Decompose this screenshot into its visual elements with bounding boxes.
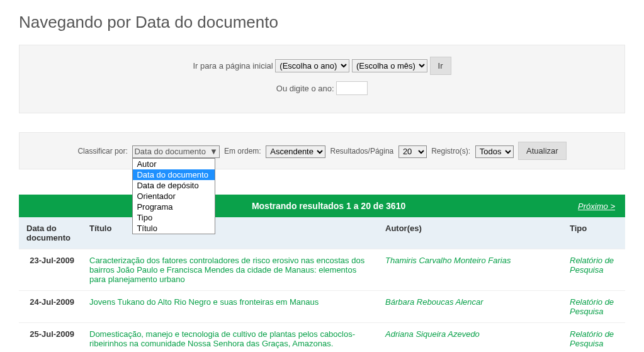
update-button[interactable]: Atualizar bbox=[518, 142, 567, 160]
cell-type: Relatório de Pesquisa bbox=[562, 323, 625, 353]
table-row: 23-Jul-2009Caracterização dos fatores co… bbox=[19, 249, 625, 291]
page-title: Navegando por Data do documento bbox=[19, 13, 625, 32]
sort-option-programa[interactable]: Programa bbox=[133, 202, 215, 212]
or-type-year-label: Ou digite o ano: bbox=[276, 84, 334, 93]
order-select[interactable]: Ascendente bbox=[266, 145, 325, 158]
cell-title: Domesticação, manejo e tecnologia de cul… bbox=[82, 323, 378, 353]
year-select[interactable]: (Escolha o ano) bbox=[275, 59, 349, 72]
sort-option-autor[interactable]: Autor bbox=[133, 159, 215, 169]
cell-type: Relatório de Pesquisa bbox=[562, 291, 625, 323]
sort-option-titulo[interactable]: Título bbox=[133, 223, 215, 234]
cell-type: Relatório de Pesquisa bbox=[562, 249, 625, 291]
go-button[interactable]: Ir bbox=[430, 57, 451, 75]
caret-down-icon: ▼ bbox=[210, 146, 218, 157]
sort-option-orientador[interactable]: Orientador bbox=[133, 191, 215, 202]
column-header-title: Título bbox=[82, 217, 378, 249]
year-input[interactable] bbox=[336, 81, 368, 95]
column-header-type: Tipo bbox=[562, 217, 625, 249]
sort-by-label: Classificar por: bbox=[77, 147, 127, 156]
sort-option-data-documento[interactable]: Data do documento bbox=[133, 169, 215, 180]
column-header-date: Data do documento bbox=[19, 217, 82, 249]
controls-bar: Classificar por: Data do documento▼ Auto… bbox=[19, 132, 625, 169]
cell-author: Thamiris Carvalho Monteiro Farias bbox=[378, 249, 562, 291]
sort-by-select[interactable]: Data do documento▼ bbox=[132, 145, 219, 158]
title-link[interactable]: Caracterização dos fatores controladores… bbox=[89, 256, 364, 284]
cell-title: Jovens Tukano do Alto Rio Negro e suas f… bbox=[82, 291, 378, 323]
cell-author: Adriana Siqueira Azevedo bbox=[378, 323, 562, 353]
cell-title: Caracterização dos fatores controladores… bbox=[82, 249, 378, 291]
sort-by-selected-value: Data do documento bbox=[134, 147, 205, 156]
rpp-select[interactable]: 20 bbox=[398, 145, 427, 158]
cell-author: Bárbara Reboucas Alencar bbox=[378, 291, 562, 323]
jump-label: Ir para a página inicial bbox=[193, 61, 273, 71]
order-label: Em ordem: bbox=[224, 147, 261, 156]
rpp-label: Resultados/Página bbox=[330, 147, 394, 156]
title-link[interactable]: Domesticação, manejo e tecnologia de cul… bbox=[89, 329, 355, 348]
sort-option-tipo[interactable]: Tipo bbox=[133, 212, 215, 223]
sort-option-data-deposito[interactable]: Data de depósito bbox=[133, 180, 215, 191]
table-row: 25-Jul-2009Domesticação, manejo e tecnol… bbox=[19, 323, 625, 353]
cell-date: 23-Jul-2009 bbox=[19, 249, 82, 291]
authors-select[interactable]: Todos bbox=[475, 145, 514, 158]
results-header-bar: Mostrando resultados 1 a 20 de 3610 Próx… bbox=[19, 195, 625, 217]
cell-date: 25-Jul-2009 bbox=[19, 323, 82, 353]
sort-by-dropdown: Autor Data do documento Data de depósito… bbox=[132, 158, 215, 234]
cell-date: 24-Jul-2009 bbox=[19, 291, 82, 323]
next-page-link[interactable]: Próximo > bbox=[578, 202, 615, 211]
column-header-author: Autor(es) bbox=[378, 217, 562, 249]
authors-label: Registro(s): bbox=[431, 147, 470, 156]
table-row: 24-Jul-2009Jovens Tukano do Alto Rio Neg… bbox=[19, 291, 625, 323]
results-table: Data do documento Título Autor(es) Tipo … bbox=[19, 217, 625, 352]
title-link[interactable]: Jovens Tukano do Alto Rio Negro e suas f… bbox=[89, 297, 319, 307]
month-select[interactable]: (Escolha o mês) bbox=[352, 59, 427, 72]
jump-panel: Ir para a página inicial (Escolha o ano)… bbox=[19, 45, 625, 113]
